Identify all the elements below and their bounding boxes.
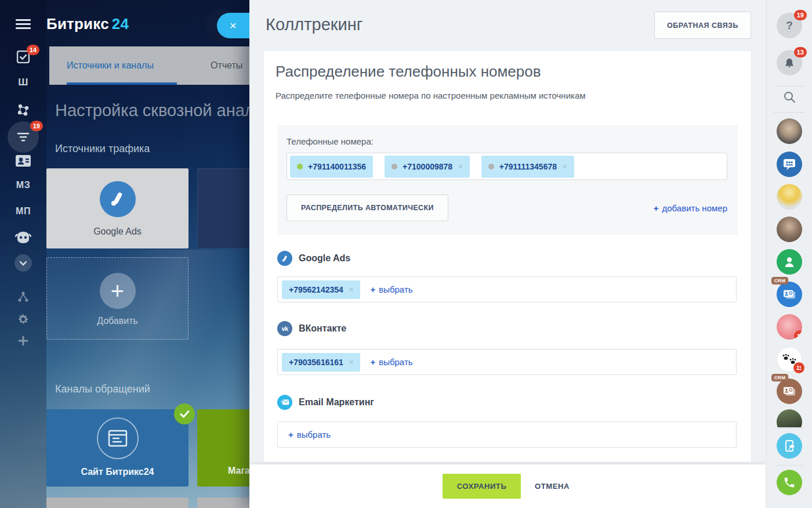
tile-shop[interactable]: Магазин [197, 409, 249, 487]
divider-dashed [774, 112, 804, 113]
sidebar-item-feed[interactable]: Ш [0, 77, 46, 88]
tab-label: Источники и каналы [67, 60, 154, 71]
chat-button[interactable] [777, 152, 802, 177]
remove-chip-icon[interactable]: × [349, 285, 354, 294]
save-button[interactable]: СОХРАНИТЬ [443, 474, 521, 499]
source-name: ВКонтакте [299, 323, 346, 334]
sidebar-item-m3[interactable]: МЗ [0, 180, 46, 190]
phone-chip: +7100009878 × [385, 156, 470, 178]
feedback-button[interactable]: ОБРАТНАЯ СВЯЗЬ [654, 12, 751, 39]
avatar-user-1[interactable] [777, 118, 802, 144]
search-button[interactable] [777, 84, 802, 110]
remove-chip-icon[interactable]: × [563, 162, 567, 171]
phone-chip: +791140011356 [290, 156, 373, 178]
plus-icon [18, 336, 28, 346]
phone-number: +791111345678 [499, 162, 557, 171]
card-subheading: Распределите телефонные номера по настро… [276, 91, 586, 100]
tile-hidden-source[interactable] [197, 168, 249, 248]
vk-icon: vk [277, 321, 292, 336]
robot-icon [14, 230, 32, 245]
sidebar-item-add[interactable] [0, 336, 46, 346]
sidebar-item-robot[interactable] [0, 230, 46, 245]
source-header-google-ads: Google Ads [277, 251, 350, 266]
tile-label: Сайт Битрикс24 [46, 467, 188, 477]
google-ads-icon [100, 181, 136, 217]
notifications-button[interactable]: 13 [777, 50, 802, 75]
phone-number: +79562142354 [289, 285, 343, 294]
chevron-down-icon [14, 254, 32, 272]
avatar-user-2[interactable] [777, 184, 802, 210]
page-tabbar: Источники и каналы Отчеты [49, 46, 249, 85]
choose-label: выбрать [297, 430, 331, 439]
sidebar-item-mp[interactable]: МП [0, 206, 46, 217]
crm-contact-brown[interactable]: CRM [777, 379, 802, 404]
avatar-user-3[interactable] [777, 217, 802, 242]
group-badge-icon [793, 362, 804, 373]
gear-icon [17, 313, 30, 326]
source-name: Email Маркетинг [299, 397, 374, 408]
tile-next-row[interactable] [46, 498, 188, 508]
tile-label: Магазин [228, 466, 249, 476]
bell-icon [784, 57, 795, 69]
sidebar-item-share[interactable] [0, 290, 46, 303]
bitrix24-logo[interactable]: Битрикс24 [46, 15, 129, 33]
sidebar-item-contacts[interactable] [0, 153, 46, 168]
sidebar-item-analytics[interactable]: 19 [0, 121, 46, 153]
phone-number: +79035616161 [289, 358, 343, 367]
page-title: Настройка сквозной аналитики [55, 101, 249, 120]
choose-number-link[interactable]: + выбрать [288, 430, 331, 439]
divider [774, 465, 804, 466]
analytics-badge: 19 [30, 121, 43, 131]
source-box-vkontakte[interactable]: +79035616161 × + выбрать [277, 349, 737, 375]
avatar-paws[interactable] [777, 347, 802, 372]
source-box-email[interactable]: + выбрать [277, 421, 737, 448]
tile-add-source[interactable]: + Добавить [46, 257, 188, 340]
free-dot-icon [488, 164, 494, 170]
panel-footer: СОХРАНИТЬ ОТМЕНА [249, 464, 766, 508]
tab-reports[interactable]: Отчеты [211, 46, 242, 85]
tile-label: Добавить [47, 316, 188, 326]
notifications-badge: 13 [794, 47, 807, 57]
tile-bitrix24-site[interactable]: Сайт Битрикс24 [46, 409, 188, 487]
help-button[interactable]: ? 19 [777, 13, 802, 38]
remove-chip-icon[interactable]: × [458, 162, 463, 171]
phone-pool-box: Телефонные номера: +791140011356 +710000… [277, 125, 738, 235]
hamburger-menu-icon[interactable] [16, 19, 31, 30]
selected-check-icon [174, 403, 195, 424]
choose-number-link[interactable]: + выбрать [370, 357, 412, 367]
right-rail: ? 19 13 CRM [766, 0, 812, 508]
phone-numbers-input[interactable]: +791140011356 +7100009878 × +79111134567… [287, 153, 727, 180]
phone-number: +791140011356 [308, 162, 366, 171]
help-badge: 19 [794, 10, 807, 20]
website-icon [97, 417, 139, 459]
phone-chip: +791111345678 × [481, 156, 574, 178]
avatar-user-5[interactable] [777, 409, 802, 427]
active-tab-underline [67, 82, 177, 85]
add-number-label: добавить номер [662, 203, 727, 213]
free-dot-icon [392, 164, 397, 170]
plus-icon: + [654, 203, 659, 213]
mobile-app-button[interactable] [777, 433, 802, 459]
source-box-google-ads[interactable]: +79562142354 × + выбрать [277, 276, 737, 302]
group-badge-icon [794, 330, 802, 340]
bitrix24-app: Битрикс24 14 Ш 19 МЗ МП [0, 0, 812, 508]
tile-next-row[interactable] [197, 498, 249, 508]
choose-number-link[interactable]: + выбрать [370, 284, 412, 294]
plus-icon: + [370, 284, 375, 294]
sidebar-item-tasks[interactable]: 14 [0, 49, 46, 65]
add-number-link[interactable]: + добавить номер [654, 194, 727, 221]
avatar-group-1[interactable] [777, 314, 802, 340]
cancel-button[interactable]: ОТМЕНА [535, 474, 570, 499]
tile-google-ads[interactable]: Google Ads [46, 168, 188, 248]
tab-sources-channels[interactable]: Источники и каналы [67, 46, 154, 85]
distribute-auto-button[interactable]: РАСПРЕДЕЛИТЬ АВТОМАТИЧЕСКИ [287, 194, 448, 221]
contact-card-icon [14, 153, 32, 168]
contact-silhouette-icon[interactable] [777, 249, 802, 275]
remove-chip-icon[interactable]: × [349, 358, 354, 366]
sidebar-item-crm[interactable] [0, 101, 46, 118]
sidebar-item-more[interactable] [0, 254, 46, 272]
crm-contact-blue[interactable]: CRM [777, 282, 802, 307]
sidebar-item-settings[interactable] [0, 313, 46, 326]
telephony-button[interactable] [777, 470, 802, 495]
close-panel-button[interactable]: × [217, 13, 249, 38]
